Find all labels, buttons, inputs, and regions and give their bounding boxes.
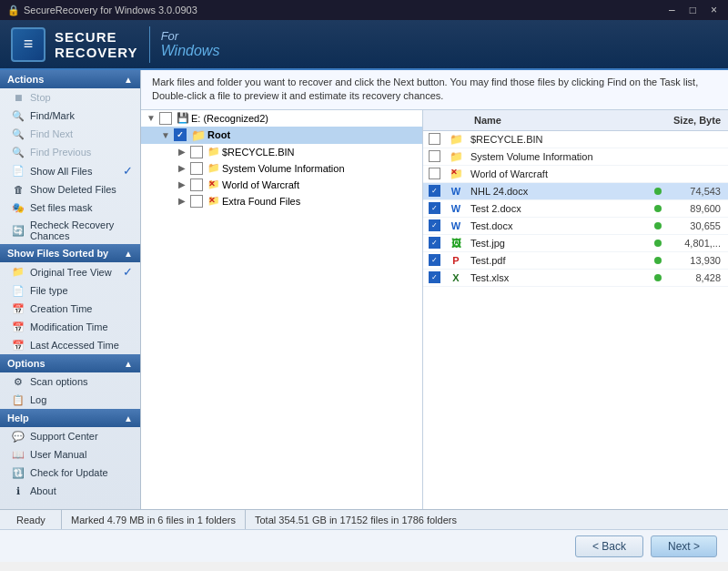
row-check[interactable] [429, 271, 440, 283]
about-label: About [30, 485, 56, 496]
sidebar-item-log[interactable]: 📋 Log [0, 391, 140, 409]
sidebar-item-modtime[interactable]: 📅 Modification Time [0, 318, 140, 336]
tree-item-warcraft[interactable]: ▶ 📁 ✕ World of Warcraft [141, 177, 422, 193]
sidebar-item-showall[interactable]: 📄 Show All Files ✓ [0, 161, 140, 180]
file-row[interactable]: W Test 2.docx 89,600 [423, 200, 728, 218]
status-ready: Ready [7, 510, 62, 529]
sidebar-item-recheck[interactable]: 🔄 Recheck Recovery Chances [0, 217, 140, 244]
row-check-cell[interactable] [423, 202, 445, 214]
sidebar-item-accessed[interactable]: 📅 Last Accessed Time [0, 336, 140, 354]
row-check-cell[interactable] [423, 254, 445, 266]
warcraft-check[interactable] [190, 178, 203, 191]
minimize-button[interactable]: – [665, 4, 679, 16]
sidebar-section-help[interactable]: Help ▲ [0, 409, 140, 427]
file-row[interactable]: 📁 System Volume Information [423, 148, 728, 166]
sidebar-item-findnext[interactable]: 🔍 Find Next [0, 125, 140, 143]
row-check-cell[interactable] [423, 185, 445, 197]
extra-check[interactable] [190, 195, 203, 208]
tree-item-recycle[interactable]: ▶ 📁 $RECYCLE.BIN [141, 144, 422, 160]
drive-icon: 💾 [177, 112, 189, 124]
sidebar-item-findmark[interactable]: 🔍 Find/Mark [0, 107, 140, 125]
sidebar-item-creation[interactable]: 📅 Creation Time [0, 300, 140, 318]
drive-label: E: (Recognized2) [191, 113, 268, 124]
sidebar-section-options[interactable]: Options ▲ [0, 354, 140, 372]
extra-toggle[interactable]: ▶ [176, 196, 188, 206]
sidebar-item-about[interactable]: ℹ About [0, 482, 140, 500]
row-check[interactable] [429, 202, 440, 214]
row-check-cell[interactable] [423, 219, 445, 231]
row-check-cell[interactable] [423, 271, 445, 283]
row-name: Test.docx [467, 219, 652, 233]
row-check[interactable] [429, 185, 440, 197]
row-size: 8,428 [664, 270, 728, 285]
treeview-icon: 📁 [11, 266, 25, 279]
sidebar-item-stop[interactable]: ⏹ Stop [0, 88, 140, 107]
maximize-button[interactable]: □ [686, 4, 700, 16]
actions-collapse[interactable]: ▲ [124, 75, 133, 85]
sidebar-item-showdeleted[interactable]: 🗑 Show Deleted Files [0, 180, 140, 199]
update-icon: 🔃 [11, 466, 25, 479]
row-check[interactable] [429, 168, 440, 179]
row-check[interactable] [429, 254, 440, 266]
setmask-label: Set files mask [30, 202, 92, 213]
back-button[interactable]: < Back [575, 535, 643, 557]
row-check[interactable] [429, 219, 440, 231]
scanoptions-label: Scan options [30, 376, 88, 387]
drive-toggle[interactable]: ▼ [145, 113, 157, 123]
tree-item-sysvolinfo[interactable]: ▶ 📁 System Volume Information [141, 160, 422, 177]
file-row[interactable]: 🖼 Test.jpg 4,801,... [423, 235, 728, 252]
drive-check[interactable] [159, 112, 172, 125]
recycle-check[interactable] [190, 146, 203, 158]
filetype-label: File type [30, 285, 68, 296]
file-row[interactable]: W Test.docx 30,655 [423, 218, 728, 235]
accessed-icon: 📅 [11, 339, 25, 352]
tree-item-root[interactable]: ▼ 📁 Root [141, 127, 422, 144]
tree-item-drive[interactable]: ▼ 💾 E: (Recognized2) [141, 110, 422, 127]
file-row[interactable]: P Test.pdf 13,930 [423, 252, 728, 270]
tree-item-extra[interactable]: ▶ 📁 ✕ Extra Found Files [141, 193, 422, 209]
root-label: Root [207, 129, 230, 140]
sidebar-item-setmask[interactable]: 🎭 Set files mask [0, 199, 140, 217]
file-row[interactable]: 📁 ✕ World of Warcraft [423, 166, 728, 183]
sidebar-item-treeview[interactable]: 📁 Original Tree View ✓ [0, 262, 140, 281]
recycle-toggle[interactable]: ▶ [176, 147, 188, 157]
next-button[interactable]: Next > [651, 535, 717, 557]
row-check[interactable] [429, 237, 440, 249]
sidebar-item-filetype[interactable]: 📄 File type [0, 281, 140, 300]
row-doc-icon: W [451, 203, 460, 214]
options-collapse[interactable]: ▲ [124, 359, 133, 369]
row-check-cell[interactable] [423, 168, 445, 179]
row-doc-icon: W [451, 186, 460, 197]
row-check-cell[interactable] [423, 150, 445, 162]
row-icon-cell: 🖼 [445, 238, 467, 249]
root-toggle[interactable]: ▼ [159, 130, 172, 140]
sidebar-item-findprev[interactable]: 🔍 Find Previous [0, 143, 140, 161]
row-check[interactable] [429, 133, 440, 145]
sidebar-item-manual[interactable]: 📖 User Manual [0, 445, 140, 464]
status-dot-green [654, 274, 662, 281]
help-collapse[interactable]: ▲ [124, 413, 133, 423]
sidebar: Actions ▲ ⏹ Stop 🔍 Find/Mark 🔍 Find Next… [0, 70, 141, 509]
row-check-cell[interactable] [423, 133, 445, 145]
sort-collapse[interactable]: ▲ [124, 249, 133, 259]
showall-label: Show All Files [30, 166, 92, 177]
titlebar-controls[interactable]: – □ × [665, 4, 721, 16]
sidebar-section-actions[interactable]: Actions ▲ [0, 70, 140, 88]
row-name: Test.xlsx [467, 270, 652, 285]
root-check[interactable] [174, 128, 187, 141]
row-icon-cell: W [445, 186, 467, 197]
sidebar-item-scanoptions[interactable]: ⚙ Scan options [0, 372, 140, 391]
sidebar-item-update[interactable]: 🔃 Check for Update [0, 464, 140, 482]
sysvolinfo-check[interactable] [190, 162, 203, 175]
file-row[interactable]: W NHL 24.docx 74,543 [423, 183, 728, 200]
warcraft-label: World of Warcraft [222, 179, 299, 190]
sysvolinfo-toggle[interactable]: ▶ [176, 163, 188, 173]
row-check-cell[interactable] [423, 237, 445, 249]
row-check[interactable] [429, 150, 440, 162]
file-row[interactable]: X Test.xlsx 8,428 [423, 270, 728, 287]
sidebar-item-support[interactable]: 💬 Support Center [0, 427, 140, 445]
file-row[interactable]: 📁 $RECYCLE.BIN [423, 131, 728, 148]
close-button[interactable]: × [707, 4, 721, 16]
sidebar-section-sort[interactable]: Show Files Sorted by ▲ [0, 244, 140, 262]
warcraft-toggle[interactable]: ▶ [176, 179, 188, 189]
